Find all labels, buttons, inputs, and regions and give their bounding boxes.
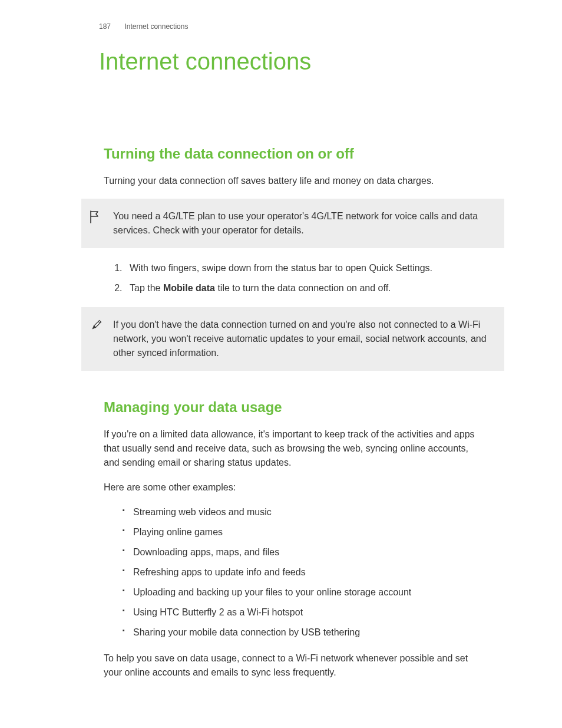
managing-p1: If you're on a limited data allowance, i… [104,427,482,470]
list-item: Uploading and backing up your files to y… [123,585,482,599]
page-title: Internet connections [99,48,487,75]
callout-note: If you don't have the data connection tu… [81,307,504,371]
section-heading-data-connection: Turning the data connection on or off [104,146,487,162]
step-1: With two fingers, swipe down from the st… [125,261,482,275]
step-2-bold: Mobile data [163,283,215,293]
svg-rect-0 [94,321,101,328]
document-page: 187 Internet connections Internet connec… [0,0,562,680]
svg-line-1 [98,321,100,323]
list-item: Streaming web videos and music [123,505,482,519]
list-item: Using HTC Butterfly 2 as a Wi-Fi hotspot [123,605,482,620]
page-header: 187 Internet connections [99,22,487,31]
examples-list: Streaming web videos and music Playing o… [123,505,482,640]
intro-paragraph: Turning your data connection off saves b… [104,174,482,188]
section-heading-managing: Managing your data usage [104,399,487,416]
step-2-pre: Tap the [130,283,163,293]
list-item: Sharing your mobile data connection by U… [123,625,482,640]
list-item: Refreshing apps to update info and feeds [123,565,482,579]
section-managing-data: Managing your data usage If you're on a … [99,399,487,680]
pencil-icon [90,319,103,332]
callout-flag-text: You need a 4G/LTE plan to use your opera… [113,209,492,238]
callout-flag: You need a 4G/LTE plan to use your opera… [81,199,504,248]
step-2-post: tile to turn the data connection on and … [215,283,391,293]
steps-list: With two fingers, swipe down from the st… [118,261,482,295]
step-2: Tap the Mobile data tile to turn the dat… [125,281,482,295]
list-item: Downloading apps, maps, and files [123,545,482,559]
breadcrumb: Internet connections [124,22,188,31]
page-number: 187 [99,22,111,31]
managing-p2: Here are some other examples: [104,480,482,495]
managing-p3: To help you save on data usage, connect … [104,651,482,680]
flag-icon [90,210,103,223]
list-item: Playing online games [123,525,482,539]
callout-note-text: If you don't have the data connection tu… [113,318,492,360]
